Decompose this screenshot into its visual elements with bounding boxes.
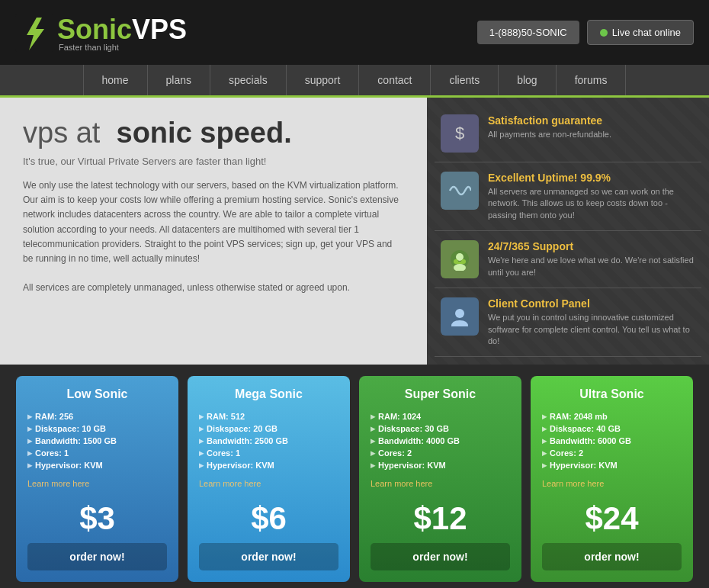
satisfaction-desc: All payments are non-refundable. — [488, 129, 611, 140]
feature-panel: Client Control Panel We put you in contr… — [435, 288, 701, 357]
plan-mega-feature-4: Cores: 1 — [199, 447, 338, 459]
logo-area: SonicVPS Faster than light — [15, 14, 187, 52]
logo-text-area: SonicVPS Faster than light — [57, 14, 187, 52]
right-section: $ Satisfaction guarantee All payments ar… — [427, 98, 709, 365]
plan-ultra: Ultra Sonic RAM: 2048 mb Diskspace: 40 G… — [531, 376, 693, 582]
nav-specials[interactable]: specials — [210, 65, 287, 95]
nav-contact[interactable]: contact — [359, 65, 431, 95]
logo-text: SonicVPS — [57, 14, 187, 46]
plan-super-order-button[interactable]: order now! — [371, 543, 510, 570]
svg-rect-7 — [456, 262, 464, 264]
support-title: 24/7/365 Support — [488, 240, 695, 252]
plan-super-feature-2: Diskspace: 30 GB — [371, 423, 510, 435]
plan-low-title: Low Sonic — [27, 387, 167, 401]
plan-ultra-feature-2: Diskspace: 40 GB — [542, 423, 682, 435]
nav-plans[interactable]: plans — [148, 65, 210, 95]
feature-satisfaction: $ Satisfaction guarantee All payments ar… — [435, 105, 701, 162]
plan-ultra-learn-more[interactable]: Learn more here — [542, 479, 682, 488]
plan-mega-price: $6 — [199, 500, 338, 537]
plan-low-order-button[interactable]: order now! — [27, 543, 167, 570]
plan-mega-title: Mega Sonic — [199, 387, 338, 401]
logo-icon — [15, 14, 53, 52]
plan-super-learn-more[interactable]: Learn more here — [371, 479, 510, 488]
nav-forums[interactable]: forums — [557, 65, 627, 95]
plan-low-features: RAM: 256 Diskspace: 10 GB Bandwidth: 150… — [27, 410, 167, 471]
hero-subtitle: It's true, our Virtual Private Servers a… — [23, 156, 404, 167]
hero-body: We only use the latest technology with o… — [23, 178, 404, 296]
plan-super-feature-1: RAM: 1024 — [371, 410, 510, 423]
plan-low-feature-4: Cores: 1 — [27, 447, 167, 459]
pricing-section: Low Sonic RAM: 256 Diskspace: 10 GB Band… — [0, 365, 709, 588]
support-text: 24/7/365 Support We're here and we love … — [488, 240, 695, 278]
plan-mega: Mega Sonic RAM: 512 Diskspace: 20 GB Ban… — [188, 376, 350, 582]
plan-low-feature-2: Diskspace: 10 GB — [27, 423, 167, 435]
hero-title-bold: sonic speed. — [117, 117, 292, 149]
header-right: 1-(888)50-SONIC Live chat online — [477, 20, 694, 45]
plan-low: Low Sonic RAM: 256 Diskspace: 10 GB Band… — [16, 376, 178, 582]
plan-ultra-order-button[interactable]: order now! — [542, 543, 682, 570]
plan-mega-learn-more[interactable]: Learn more here — [199, 479, 338, 488]
plan-super-features: RAM: 1024 Diskspace: 30 GB Bandwidth: 40… — [371, 410, 510, 471]
plan-mega-features: RAM: 512 Diskspace: 20 GB Bandwidth: 250… — [199, 410, 338, 471]
main-content: vps at sonic speed. It's true, our Virtu… — [0, 98, 709, 365]
plan-mega-feature-1: RAM: 512 — [199, 410, 338, 423]
livechat-status-dot — [600, 29, 608, 37]
logo-sonic: Sonic — [57, 14, 132, 45]
svg-point-8 — [455, 309, 464, 318]
plan-ultra-title: Ultra Sonic — [542, 387, 682, 401]
satisfaction-text: Satisfaction guarantee All payments are … — [488, 114, 611, 140]
nav-support[interactable]: support — [287, 65, 360, 95]
plan-low-feature-3: Bandwidth: 1500 GB — [27, 435, 167, 447]
uptime-desc: All servers are unmanaged so we can work… — [488, 186, 695, 221]
hero-title-light: vps at — [23, 117, 100, 149]
plan-ultra-price: $24 — [542, 500, 682, 537]
plan-super: Super Sonic RAM: 1024 Diskspace: 30 GB B… — [359, 376, 521, 582]
plan-low-feature-1: RAM: 256 — [27, 410, 167, 423]
uptime-icon — [441, 172, 479, 210]
left-section: vps at sonic speed. It's true, our Virtu… — [0, 98, 427, 365]
nav-clients[interactable]: clients — [431, 65, 499, 95]
phone-button[interactable]: 1-(888)50-SONIC — [477, 21, 579, 44]
plan-super-feature-4: Cores: 2 — [371, 447, 510, 459]
plan-ultra-feature-3: Bandwidth: 6000 GB — [542, 435, 682, 447]
livechat-label: Live chat online — [612, 27, 681, 38]
panel-desc: We put you in control using innovative c… — [488, 312, 695, 347]
plan-ultra-feature-1: RAM: 2048 mb — [542, 410, 682, 423]
logo-vps: VPS — [132, 14, 187, 45]
header: SonicVPS Faster than light 1-(888)50-SON… — [0, 0, 709, 65]
feature-support: 24/7/365 Support We're here and we love … — [435, 231, 701, 288]
plan-ultra-features: RAM: 2048 mb Diskspace: 40 GB Bandwidth:… — [542, 410, 682, 471]
plan-ultra-feature-5: Hypervisor: KVM — [542, 459, 682, 471]
panel-svg — [448, 305, 471, 328]
uptime-text: Excellent Uptime! 99.9% All servers are … — [488, 172, 695, 221]
livechat-button[interactable]: Live chat online — [587, 20, 694, 45]
nav-home[interactable]: home — [83, 65, 148, 95]
hero-title: vps at sonic speed. — [23, 117, 404, 149]
support-svg — [448, 248, 471, 271]
support-desc: We're here and we love what we do. We're… — [488, 255, 695, 278]
panel-title: Client Control Panel — [488, 297, 695, 310]
panel-icon — [441, 297, 479, 336]
plan-low-feature-5: Hypervisor: KVM — [27, 459, 167, 471]
plan-mega-feature-5: Hypervisor: KVM — [199, 459, 338, 471]
support-icon — [441, 240, 479, 278]
plan-mega-order-button[interactable]: order now! — [199, 543, 338, 570]
plan-super-feature-5: Hypervisor: KVM — [371, 459, 510, 471]
uptime-title: Excellent Uptime! 99.9% — [488, 172, 695, 184]
satisfaction-title: Satisfaction guarantee — [488, 114, 611, 127]
feature-uptime: Excellent Uptime! 99.9% All servers are … — [435, 162, 701, 231]
plan-mega-feature-2: Diskspace: 20 GB — [199, 423, 338, 435]
plan-low-price: $3 — [27, 500, 167, 537]
nav: home plans specials support contact clie… — [0, 65, 709, 98]
panel-text: Client Control Panel We put you in contr… — [488, 297, 695, 347]
nav-blog[interactable]: blog — [499, 65, 556, 95]
satisfaction-icon: $ — [441, 114, 479, 153]
plan-mega-feature-3: Bandwidth: 2500 GB — [199, 435, 338, 447]
plan-low-learn-more[interactable]: Learn more here — [27, 479, 167, 488]
plan-super-feature-3: Bandwidth: 4000 GB — [371, 435, 510, 447]
plan-super-title: Super Sonic — [371, 387, 510, 401]
plan-super-price: $12 — [371, 500, 510, 537]
wave-svg — [448, 179, 471, 202]
plan-ultra-feature-4: Cores: 2 — [542, 447, 682, 459]
